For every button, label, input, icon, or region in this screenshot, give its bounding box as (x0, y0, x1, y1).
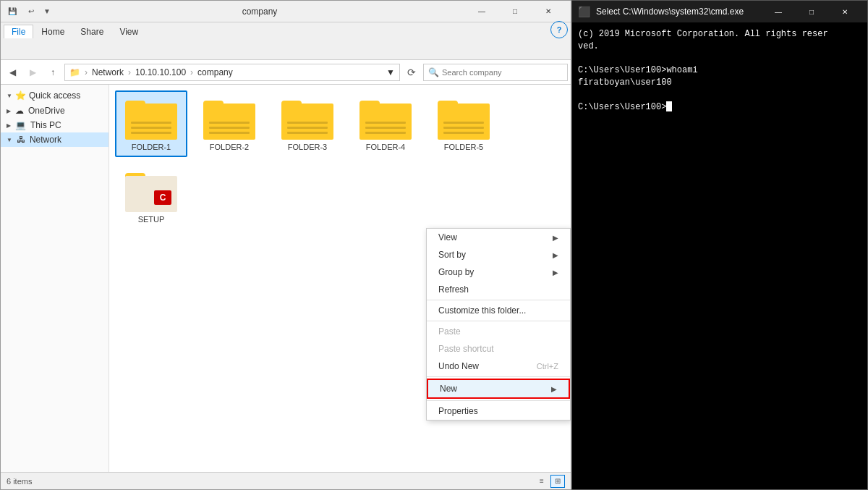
file-name: FOLDER-5 (444, 143, 483, 151)
list-item[interactable]: FOLDER-1 (115, 90, 187, 157)
ctx-customize-label: Customize this folder... (438, 305, 526, 316)
ctx-separator-2 (427, 321, 570, 321)
status-bar: 6 items ≡ ⊞ (1, 472, 571, 489)
cursor (666, 101, 672, 111)
ctx-paste-shortcut: Paste shortcut (427, 340, 570, 358)
ctx-sort-label: Sort by (438, 250, 466, 260)
title-bar-icons: 💾 (7, 6, 18, 17)
list-item[interactable]: FOLDER-3 (271, 90, 344, 157)
path-sep-1: › (85, 67, 88, 77)
large-icons-view-button[interactable]: ⊞ (550, 475, 565, 488)
path-sep-3: › (190, 67, 193, 77)
sidebar-item-thispc[interactable]: ▶ 💻 This PC (1, 118, 109, 132)
tab-view[interactable]: View (111, 25, 146, 38)
list-item[interactable]: FOLDER-5 (427, 90, 500, 157)
main-area: ▼ ⭐ Quick access ▶ ☁ OneDrive ▶ 💻 This P… (1, 85, 571, 472)
undo-button[interactable]: ↩ (24, 4, 38, 19)
ctx-separator-4 (427, 400, 570, 401)
details-view-button[interactable]: ≡ (535, 475, 549, 488)
ribbon: File Home Share View ? (1, 22, 571, 60)
help-button[interactable]: ? (550, 21, 568, 38)
list-item[interactable]: FOLDER-4 (349, 90, 422, 157)
cmd-prompt-text: C:\Users\User100> (578, 101, 666, 114)
ctx-separator-3 (427, 376, 570, 377)
ctx-sort-by[interactable]: Sort by ▶ (427, 246, 570, 263)
ctx-group-label: Group by (438, 267, 474, 277)
path-network[interactable]: Network (92, 67, 124, 77)
cmd-minimize-button[interactable]: — (762, 1, 795, 22)
folder-icon (203, 96, 255, 140)
close-button[interactable]: ✕ (532, 1, 565, 22)
ctx-refresh[interactable]: Refresh (427, 281, 570, 298)
ctx-paste-shortcut-label: Paste shortcut (438, 344, 494, 354)
ctx-paste: Paste (427, 323, 570, 340)
maximize-button[interactable]: □ (498, 1, 532, 22)
ctx-view[interactable]: View ▶ (427, 229, 570, 246)
sidebar: ▼ ⭐ Quick access ▶ ☁ OneDrive ▶ 💻 This P… (1, 85, 109, 472)
file-area[interactable]: FOLDER-1 FOLDER-2 (109, 85, 571, 472)
list-item[interactable]: FOLDER-2 (193, 90, 265, 157)
tab-share[interactable]: Share (72, 25, 111, 38)
chevron-down-icon: ▼ (7, 137, 12, 143)
cmd-window: ⬛ Select C:\Windows\system32\cmd.exe — □… (571, 0, 868, 490)
up-button[interactable]: ↑ (44, 64, 61, 81)
address-path[interactable]: 📁 › Network › 10.10.10.100 › company ▼ (64, 64, 400, 81)
ctx-refresh-label: Refresh (438, 284, 469, 295)
ctx-group-by[interactable]: Group by ▶ (427, 263, 570, 281)
sidebar-item-label: This PC (30, 120, 61, 130)
quick-access-icon: ⭐ (15, 90, 26, 101)
file-explorer-window: 💾 ↩ ▼ company — □ ✕ File Home Share View… (0, 0, 571, 490)
file-name: FOLDER-1 (132, 143, 171, 151)
sidebar-item-quick-access[interactable]: ▼ ⭐ Quick access (1, 88, 109, 104)
ctx-new-label: New (440, 384, 457, 394)
chevron-right-icon: ▶ (553, 251, 558, 259)
chevron-right-icon: ▶ (551, 385, 557, 393)
cmd-line-4: C:\Users\User100>whoami (578, 64, 861, 77)
view-toggles: ≡ ⊞ (535, 475, 565, 488)
network-icon: 🖧 (17, 135, 25, 145)
cmd-controls: — □ ✕ (762, 1, 861, 22)
quick-access-toolbar: ↩ ▼ (24, 4, 54, 19)
ctx-undo-shortcut: Ctrl+Z (537, 362, 558, 371)
ctx-new[interactable]: New ▶ (427, 379, 570, 399)
properties-button[interactable]: ▼ (40, 4, 54, 19)
refresh-button[interactable]: ⟳ (403, 64, 420, 81)
list-item[interactable]: C SETUP (115, 163, 187, 229)
cmd-line-1: (c) 2019 Microsoft Corporation. All righ… (578, 28, 861, 41)
ctx-view-label: View (438, 232, 457, 242)
chevron-right-icon: ▶ (7, 108, 11, 114)
ctx-customize[interactable]: Customize this folder... (427, 302, 570, 319)
file-grid: FOLDER-1 FOLDER-2 (115, 90, 565, 229)
back-button[interactable]: ◀ (4, 64, 21, 81)
item-count: 6 items (7, 477, 32, 486)
file-name: FOLDER-3 (288, 143, 327, 151)
folder-icon (359, 96, 412, 140)
path-sep-2: › (128, 67, 131, 77)
folder-icon (125, 96, 177, 140)
tab-home[interactable]: Home (33, 25, 72, 38)
cmd-icon: ⬛ (578, 6, 590, 17)
search-box[interactable]: 🔍 (423, 64, 568, 81)
ctx-undo-new[interactable]: Undo New Ctrl+Z (427, 358, 570, 375)
cmd-maximize-button[interactable]: □ (795, 1, 828, 22)
sidebar-item-network[interactable]: ▼ 🖧 Network (1, 132, 109, 147)
file-name: SETUP (138, 215, 165, 224)
tab-file[interactable]: File (4, 25, 33, 38)
cmd-title: Select C:\Windows\system32\cmd.exe (596, 7, 756, 17)
search-input[interactable] (442, 68, 563, 77)
path-ip[interactable]: 10.10.10.100 (135, 67, 186, 77)
cmd-line-5: firatboyan\user100 (578, 77, 861, 89)
ctx-separator-1 (427, 300, 570, 300)
forward-button[interactable]: ▶ (24, 64, 41, 81)
chevron-right-icon: ▶ (553, 234, 558, 242)
sidebar-item-onedrive[interactable]: ▶ ☁ OneDrive (1, 104, 109, 118)
path-company[interactable]: company (197, 67, 233, 77)
minimize-button[interactable]: — (465, 1, 498, 22)
cmd-line-2: ved. (578, 41, 861, 53)
thispc-icon: 💻 (15, 120, 26, 130)
cmd-close-button[interactable]: ✕ (828, 1, 861, 22)
ctx-properties[interactable]: Properties (427, 402, 570, 420)
title-bar: 💾 ↩ ▼ company — □ ✕ (1, 1, 571, 22)
cmd-prompt: C:\Users\User100> (578, 101, 861, 114)
folder-icon (438, 96, 490, 140)
